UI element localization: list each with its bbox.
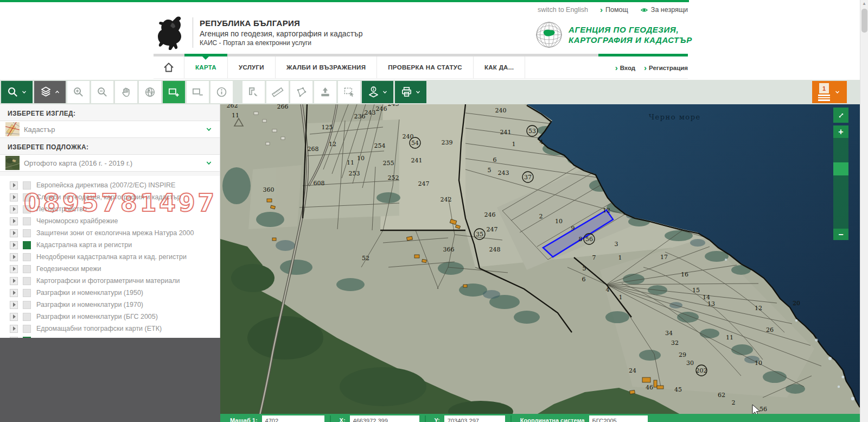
help-link[interactable]: ›Помощ	[600, 6, 628, 14]
layer-expand-arrow[interactable]	[10, 205, 18, 213]
scale-button[interactable]	[242, 81, 265, 103]
layer-expand-arrow[interactable]	[10, 277, 18, 285]
layer-expand-arrow[interactable]	[10, 301, 18, 309]
layer-expand-arrow[interactable]	[10, 265, 18, 273]
nav-tab[interactable]: КАРТА	[184, 56, 228, 78]
base-select-dropdown[interactable]: Ортофото карта (2016 г. - 2019 г.)	[0, 154, 220, 172]
zoom-in-button[interactable]: +	[833, 125, 848, 138]
map-toolbar	[0, 80, 868, 104]
layer-row: Кадастрална карта и регистри	[0, 239, 220, 251]
x-coordinate-input[interactable]	[350, 415, 419, 422]
layer-expand-arrow[interactable]	[10, 325, 18, 333]
layer-checkbox[interactable]	[23, 217, 31, 225]
rect-plus-button[interactable]	[163, 81, 185, 103]
layer-expand-arrow[interactable]	[10, 313, 18, 321]
layer-info-button[interactable]	[362, 81, 393, 103]
parcel-number: 6	[493, 156, 497, 163]
layer-expand-arrow[interactable]	[10, 181, 18, 190]
ruler-button[interactable]	[266, 81, 289, 103]
layer-checkbox[interactable]	[23, 181, 31, 190]
layer-checkbox[interactable]	[23, 301, 31, 309]
parcel-number: 240	[495, 107, 507, 114]
nav-home-button[interactable]	[154, 56, 184, 78]
zoom-in-button[interactable]	[67, 81, 90, 103]
crs-label: Координатна система	[520, 417, 585, 422]
layer-checkbox[interactable]	[23, 265, 31, 273]
select-button[interactable]	[338, 81, 360, 103]
parcel-number: 2	[732, 399, 736, 406]
layer-info-icon	[367, 86, 380, 98]
scrollbar-up-arrow[interactable]: ▲	[862, 1, 866, 6]
layer-row: Разграфки и номенклатури (1970)	[0, 299, 220, 311]
parcel-number: 16	[681, 271, 688, 278]
zoom-in-icon	[72, 86, 85, 98]
cadastral-region-number: 56	[585, 236, 593, 243]
nav-tab[interactable]: ПРОВЕРКА НА СТАТУС	[377, 56, 474, 78]
crs-input[interactable]	[589, 415, 648, 422]
building-footprint	[642, 377, 650, 382]
hand-button[interactable]	[115, 81, 137, 103]
layer-expand-arrow[interactable]	[10, 253, 18, 261]
layer-checkbox[interactable]	[23, 313, 31, 321]
layer-checkbox[interactable]	[23, 229, 31, 237]
layer-checkbox[interactable]	[23, 277, 31, 285]
parcel-number: 240	[403, 133, 414, 140]
layer-checkbox[interactable]	[23, 289, 31, 297]
zoom-out-button[interactable]	[91, 81, 113, 103]
nav-tab[interactable]: УСЛУГИ	[228, 56, 276, 78]
nav-tab[interactable]: ЖАЛБИ И ВЪЗРАЖЕНИЯ	[276, 56, 377, 78]
zoom-out-button[interactable]: −	[833, 229, 848, 240]
scrollbar-thumb[interactable]	[861, 9, 867, 33]
layer-label: Черноморско крайбрежие	[36, 217, 118, 225]
info-button[interactable]	[210, 81, 233, 103]
register-link[interactable]: ›Регистрация	[644, 65, 688, 71]
republic-title: РЕПУБЛИКА БЪЛГАРИЯ	[200, 18, 363, 28]
layer-expand-arrow[interactable]	[10, 217, 18, 225]
login-link[interactable]: ›Вход	[615, 65, 635, 71]
top-links: switch to English ›Помощ За незрящи	[0, 6, 688, 14]
layers-button[interactable]	[34, 81, 66, 103]
selected-objects-button[interactable]: 1	[812, 81, 847, 103]
nav-tab[interactable]: КАК ДА...	[474, 56, 525, 78]
agency-logo-line1: АГЕНЦИЯ ПО ГЕОДЕЗИЯ,	[569, 24, 692, 35]
parcel-number: 236	[354, 113, 366, 120]
globe-button[interactable]	[139, 81, 161, 103]
layer-expand-arrow[interactable]	[10, 241, 18, 249]
layer-expand-arrow[interactable]	[10, 229, 18, 237]
layer-label: Разграфки и номенклатури (1970)	[36, 301, 143, 308]
layer-checkbox[interactable]	[23, 193, 31, 201]
zoom-slider-track[interactable]	[833, 138, 848, 229]
parcel-number: 12	[603, 207, 610, 214]
fullscreen-button[interactable]	[833, 108, 848, 123]
layer-checkbox[interactable]	[23, 241, 31, 249]
layer-expand-arrow[interactable]	[10, 193, 18, 201]
layer-checkbox[interactable]	[23, 205, 31, 213]
coat-of-arms-logo	[156, 15, 186, 50]
parcel-number: 248	[489, 246, 501, 253]
search-button[interactable]	[1, 81, 33, 103]
print-button[interactable]	[395, 81, 426, 103]
chevron-down-icon	[21, 89, 28, 96]
layer-checkbox[interactable]	[23, 253, 31, 261]
page-scrollbar[interactable]: ▲	[860, 0, 868, 422]
zoom-slider-handle[interactable]	[833, 162, 848, 175]
parcel-number: 56	[760, 406, 767, 413]
view-select-dropdown[interactable]: Кадастър	[0, 121, 220, 138]
map-canvas[interactable]: 5453373556202 26226611236243246245240268…	[220, 104, 860, 422]
scale-input[interactable]	[262, 415, 324, 422]
accessibility-link[interactable]: За незрящи	[640, 6, 688, 14]
parcel-number: 247	[487, 226, 498, 233]
rect-minus-button[interactable]	[187, 81, 209, 103]
parcel-number: 29	[679, 351, 686, 358]
y-coordinate-input[interactable]	[444, 415, 505, 422]
parcel-number: 12	[329, 141, 336, 148]
layer-checkbox[interactable]	[23, 325, 31, 333]
switch-language-link[interactable]: switch to English	[538, 6, 588, 14]
nav-account-links: ›Вход ›Регистрация	[567, 56, 688, 79]
parcel-number: 366	[443, 246, 455, 253]
chevron-down-icon	[205, 159, 213, 167]
polygon-button[interactable]	[290, 81, 312, 103]
parcel-number: 5	[583, 265, 586, 272]
layer-expand-arrow[interactable]	[10, 289, 18, 297]
upload-button[interactable]	[314, 81, 336, 103]
